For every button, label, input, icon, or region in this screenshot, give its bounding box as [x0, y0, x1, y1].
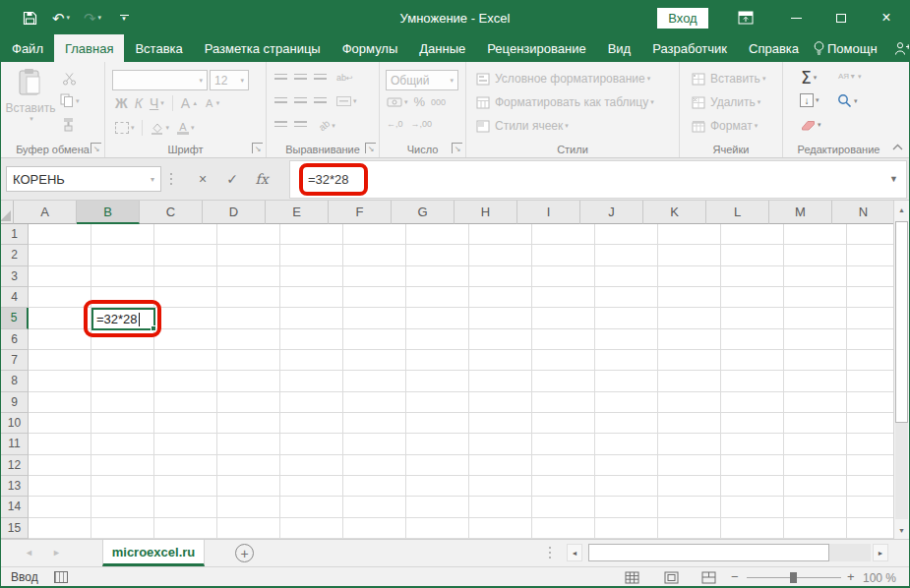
tab-Вставка[interactable]: Вставка	[124, 34, 193, 62]
cell-B1[interactable]	[91, 224, 154, 245]
cell-M15[interactable]	[784, 518, 847, 539]
font-size-select[interactable]: 12▾	[210, 70, 249, 90]
cell-K12[interactable]	[658, 455, 721, 476]
orientation-icon[interactable]: ab	[317, 118, 333, 134]
underline-button[interactable]: Ч	[150, 95, 158, 111]
cell-D13[interactable]	[217, 476, 280, 497]
cell-B12[interactable]	[91, 455, 154, 476]
row-header-8[interactable]: 8	[1, 371, 29, 391]
cell-L3[interactable]	[721, 266, 784, 287]
cell-N13[interactable]	[847, 476, 895, 497]
delete-cells-button[interactable]: Удалить ▾	[692, 95, 760, 109]
cell-D11[interactable]	[217, 434, 280, 454]
decrease-decimal-button[interactable]: →,00	[411, 119, 433, 129]
cell-N8[interactable]	[847, 371, 895, 391]
increase-decimal-button[interactable]: ←,0	[387, 119, 403, 129]
cell-G13[interactable]	[406, 476, 469, 497]
cell-F7[interactable]	[343, 350, 406, 371]
alignment-dialog-launcher[interactable]: ↘	[365, 143, 376, 153]
align-middle-icon[interactable]	[294, 74, 307, 83]
fill-handle[interactable]	[151, 325, 156, 331]
cell-N7[interactable]	[847, 350, 895, 371]
column-header-N[interactable]: N	[832, 201, 895, 224]
cell-D15[interactable]	[217, 518, 280, 539]
cell-E1[interactable]	[280, 224, 343, 245]
column-header-F[interactable]: F	[329, 201, 392, 224]
cell-F3[interactable]	[343, 266, 406, 287]
cell-L11[interactable]	[721, 434, 784, 454]
number-format-select[interactable]: Общий▾	[386, 70, 458, 90]
cell-A11[interactable]	[29, 434, 91, 454]
cell-N6[interactable]	[847, 329, 895, 350]
cell-K10[interactable]	[658, 413, 721, 434]
clear-button[interactable]: ▾	[801, 119, 821, 131]
cell-E2[interactable]	[280, 245, 343, 265]
row-header-10[interactable]: 10	[1, 413, 29, 434]
cell-L6[interactable]	[721, 329, 784, 350]
cell-B11[interactable]	[91, 434, 154, 454]
cell-A9[interactable]	[29, 392, 91, 413]
row-header-14[interactable]: 14	[1, 497, 29, 517]
font-color-button[interactable]: А	[177, 122, 189, 135]
cell-A10[interactable]	[29, 413, 91, 434]
tellme-zone[interactable]: Помощн	[814, 34, 880, 62]
cell-B15[interactable]	[91, 518, 154, 539]
cell-N14[interactable]	[847, 497, 895, 517]
cell-A2[interactable]	[29, 245, 91, 265]
cell-A15[interactable]	[29, 518, 91, 539]
row-header-11[interactable]: 11	[1, 434, 29, 454]
column-header-H[interactable]: H	[455, 201, 517, 224]
vertical-scroll-thumb[interactable]	[895, 221, 908, 423]
normal-view-button[interactable]	[619, 569, 644, 586]
active-cell-b5[interactable]: =32*28	[91, 308, 155, 330]
cell-A3[interactable]	[29, 266, 91, 287]
fill-color-icon[interactable]	[150, 122, 164, 135]
sheet-tab-microexcel[interactable]: microexcel.ru	[102, 540, 205, 566]
column-header-I[interactable]: I	[517, 201, 580, 224]
cell-B14[interactable]	[91, 497, 154, 517]
cell-E11[interactable]	[280, 434, 343, 454]
cell-A13[interactable]	[29, 476, 91, 497]
merge-center-icon[interactable]	[336, 96, 351, 106]
tab-Данные[interactable]: Данные	[408, 34, 476, 62]
redo-button[interactable]: ↷▾	[78, 1, 107, 34]
scroll-right-button[interactable]: ►	[873, 544, 888, 561]
cell-D1[interactable]	[217, 224, 280, 245]
cell-C2[interactable]	[154, 245, 217, 265]
row-header-9[interactable]: 9	[1, 392, 29, 413]
cell-J2[interactable]	[595, 245, 658, 265]
cell-K6[interactable]	[658, 329, 721, 350]
cell-N10[interactable]	[847, 413, 895, 434]
cell-E13[interactable]	[280, 476, 343, 497]
cell-I15[interactable]	[532, 518, 595, 539]
cell-J10[interactable]	[595, 413, 658, 434]
cell-G1[interactable]	[406, 224, 469, 245]
cell-E5[interactable]	[280, 308, 343, 328]
cell-J4[interactable]	[595, 287, 658, 308]
format-as-table-button[interactable]: Форматировать как таблицу ▾	[476, 95, 654, 109]
cell-A5[interactable]	[29, 308, 91, 328]
cancel-button[interactable]: ×	[188, 171, 217, 187]
increase-indent-icon[interactable]	[294, 121, 307, 130]
cell-J7[interactable]	[595, 350, 658, 371]
close-button[interactable]: ×	[864, 1, 909, 34]
cell-D3[interactable]	[217, 266, 280, 287]
cell-J3[interactable]	[595, 266, 658, 287]
scroll-up-button[interactable]: ▲	[894, 201, 909, 218]
cell-M4[interactable]	[784, 287, 847, 308]
cell-K1[interactable]	[658, 224, 721, 245]
column-header-K[interactable]: K	[643, 201, 706, 224]
horizontal-scroll-track[interactable]	[829, 544, 871, 561]
column-header-B[interactable]: B	[77, 201, 140, 224]
cell-D14[interactable]	[217, 497, 280, 517]
prev-sheet-button[interactable]: ◄	[25, 548, 33, 558]
number-dialog-launcher[interactable]: ↘	[452, 143, 462, 153]
cell-K4[interactable]	[658, 287, 721, 308]
row-header-6[interactable]: 6	[1, 329, 29, 350]
cell-F2[interactable]	[343, 245, 406, 265]
cell-H12[interactable]	[469, 455, 532, 476]
format-painter-button[interactable]	[62, 117, 75, 132]
cell-M11[interactable]	[784, 434, 847, 454]
vertical-scrollbar[interactable]: ▲ ▼	[893, 201, 909, 539]
cell-K3[interactable]	[658, 266, 721, 287]
